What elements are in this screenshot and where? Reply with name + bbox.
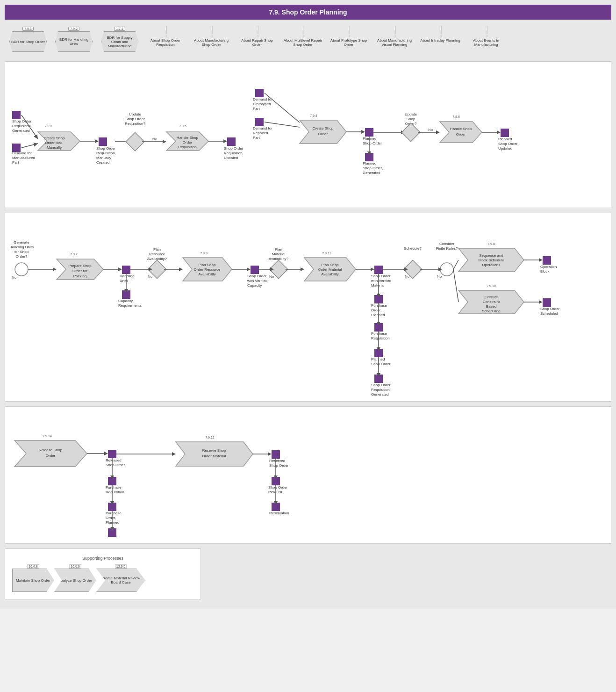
svg-text:Based: Based [486, 304, 497, 309]
section4-container: Supporting Processes 10.6.8 Maintain Sho… [5, 548, 201, 599]
about-intraday-planning[interactable]: ❕ About Intraday Planning [419, 27, 461, 43]
create-mrb-chevron[interactable]: Create Material Review Board Case [96, 569, 145, 592]
svg-text:Plan: Plan [275, 247, 282, 252]
svg-text:Purchase: Purchase [106, 511, 122, 515]
about-prototype-shop-order-label: About Prototype Shop Order [328, 38, 370, 47]
svg-text:Reserve Shop: Reserve Shop [202, 448, 226, 453]
svg-text:Updated: Updated [224, 156, 238, 160]
svg-text:Prototyped: Prototyped [253, 102, 271, 106]
bdr-handling-units[interactable]: 7.9.2 BDR for Handling Units [53, 27, 95, 52]
svg-text:Order?: Order? [16, 254, 28, 259]
svg-text:Consider: Consider [439, 242, 454, 246]
svg-text:Shop Order: Shop Order [371, 383, 391, 387]
svg-text:Handling Units: Handling Units [10, 245, 34, 249]
about-events-manufacturing[interactable]: ❕ About Events in Manufacturing [465, 27, 507, 47]
svg-text:Shop Order: Shop Order [371, 274, 391, 278]
svg-text:with Verified: with Verified [247, 279, 267, 283]
about-multilevel-repair[interactable]: ❕ About Multilevel Repair Shop Order [282, 27, 324, 47]
svg-text:Execute: Execute [485, 295, 498, 299]
svg-text:Planned: Planned [371, 357, 385, 361]
bdr-handling-units-version: 7.9.2 [68, 27, 79, 31]
svg-text:Shop Order: Shop Order [96, 146, 116, 151]
top-icons-row: 7.9.1 BDR for Shop Order 7.9.2 BDR for H… [5, 24, 611, 54]
planned-shop-order-event1 [365, 128, 373, 137]
svg-text:No: No [405, 274, 410, 279]
about-manufacturing-shop-order[interactable]: ❕ About Manufacturing Shop Order [190, 27, 232, 47]
svg-text:Shop: Shop [407, 117, 415, 121]
shop-order-verified-cap-event [251, 266, 259, 274]
bdr-supply-chain-label: BDR for Supply Chain and Manufacturing [101, 36, 138, 48]
svg-text:Repaired: Repaired [253, 131, 268, 135]
svg-text:Order Req.: Order Req. [45, 141, 64, 145]
svg-text:Generated: Generated [363, 171, 380, 175]
about-shop-order-req-label: About Shop Order Requisition [144, 38, 186, 47]
svg-text:Planned: Planned [498, 137, 512, 141]
about-multilevel-repair-label: About Multilevel Repair Shop Order [282, 38, 324, 47]
svg-text:Prepare Shop: Prepare Shop [68, 264, 92, 268]
about-shop-order-req[interactable]: ❕ About Shop Order Requisition [144, 27, 186, 47]
svg-text:Shop Order: Shop Order [224, 146, 244, 151]
section1-svg: Shop Order Requisition, Generated Demand… [10, 66, 608, 202]
demand-prototyped-event [255, 89, 264, 97]
svg-text:Generated: Generated [371, 392, 389, 396]
bdr-handling-units-label: BDR for Handling Units [56, 37, 92, 46]
svg-text:Purchase: Purchase [106, 537, 122, 538]
svg-text:Order: Order [46, 454, 56, 458]
svg-text:Order Resource: Order Resource [194, 267, 221, 272]
demand-repaired-event [255, 118, 264, 126]
svg-text:Demand for: Demand for [253, 97, 272, 101]
svg-text:Requisition,: Requisition, [96, 151, 116, 155]
svg-text:No: No [12, 275, 17, 280]
svg-text:Reservation: Reservation [269, 511, 289, 515]
svg-text:Release Shop: Release Shop [39, 448, 63, 452]
create-mrb-label: Create Material Review Board Case [99, 576, 143, 584]
svg-text:Create Shop: Create Shop [313, 126, 334, 130]
svg-text:Material: Material [371, 283, 385, 288]
svg-text:Block: Block [540, 269, 550, 274]
analyze-so-label: Analyze Shop Order [58, 578, 92, 583]
bdr-shop-order-hex: BDR for Shop Order [9, 31, 47, 52]
reserved-so-event [272, 450, 280, 459]
analyze-shop-order-chevron[interactable]: Analyze Shop Order [54, 569, 96, 592]
svg-text:Scheduled: Scheduled [540, 311, 558, 316]
svg-text:Constraint: Constraint [483, 300, 500, 304]
svg-marker-66 [118, 267, 122, 271]
bdr-shop-order[interactable]: 7.9.1 BDR for Shop Order [7, 27, 49, 52]
svg-text:Requisition?: Requisition? [125, 122, 146, 126]
about-intraday-planning-label: About Intraday Planning [420, 38, 460, 43]
svg-text:Planned: Planned [371, 313, 385, 317]
svg-text:No: No [269, 274, 274, 279]
about-manufacturing-shop-order-label: About Manufacturing Shop Order [190, 38, 232, 47]
connector-s2-11 [453, 260, 458, 269]
svg-text:Planned: Planned [363, 161, 376, 166]
svg-text:Material: Material [272, 252, 286, 256]
connector-s2-13 [453, 269, 458, 302]
bdr-supply-chain-hex: BDR for Supply Chain and Manufacturing [101, 31, 138, 52]
svg-text:Generate: Generate [14, 240, 29, 245]
svg-text:Demand for: Demand for [12, 151, 32, 155]
section3-container: 7.9.14 Release Shop Order Released Shop … [5, 406, 611, 544]
svg-text:No: No [428, 128, 433, 132]
exclaim-icon-3: ❕ [251, 27, 264, 37]
maintain-shop-order-item: 10.6.8 Maintain Shop Order [12, 564, 54, 592]
svg-marker-48 [436, 130, 440, 134]
svg-text:Update: Update [405, 112, 417, 116]
svg-text:Shop Order,: Shop Order, [363, 166, 383, 170]
svg-text:Schedule?: Schedule? [404, 246, 422, 251]
svg-text:Purchase: Purchase [106, 485, 122, 490]
about-manufacturing-visual[interactable]: ❕ About Manufacturing Visual Planning [373, 27, 415, 47]
svg-text:Shop Order: Shop Order [371, 362, 391, 366]
about-events-manufacturing-label: About Events in Manufacturing [465, 38, 507, 47]
svg-text:Shop Order: Shop Order [363, 141, 382, 145]
svg-text:Purchase: Purchase [371, 332, 387, 336]
about-repair-shop-order[interactable]: ❕ About Repair Shop Order [236, 27, 278, 47]
svg-text:for Shop: for Shop [14, 250, 29, 254]
bdr-supply-chain[interactable]: 1.7.1 BDR for Supply Chain and Manufactu… [99, 27, 141, 52]
svg-text:Handling: Handling [120, 274, 135, 278]
svg-text:Plan Shop: Plan Shop [322, 263, 339, 267]
maintain-shop-order-chevron[interactable]: Maintain Shop Order [12, 569, 54, 592]
svg-text:Shop Order: Shop Order [247, 274, 267, 278]
about-prototype-shop-order[interactable]: ❕ About Prototype Shop Order [328, 27, 370, 47]
shop-order-req-event [12, 111, 21, 119]
svg-text:7.9.14: 7.9.14 [43, 434, 52, 438]
